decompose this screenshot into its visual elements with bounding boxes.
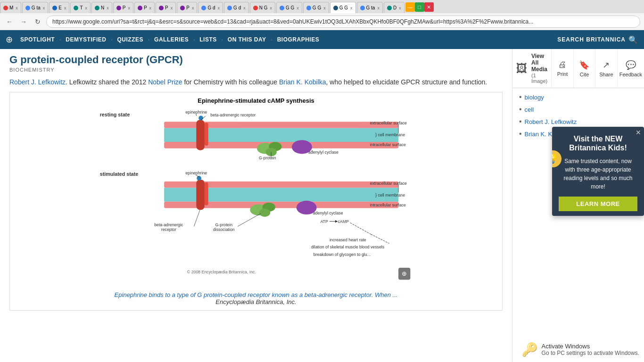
nav-galleries[interactable]: GALLERIES: [149, 36, 193, 43]
cite-button[interactable]: 🔖 Cite: [574, 49, 595, 88]
learn-more-button[interactable]: LEARN MORE: [559, 197, 637, 211]
popup-close-button[interactable]: ✕: [636, 129, 641, 136]
tab-5[interactable]: P x: [113, 2, 133, 13]
tab-close[interactable]: x: [171, 6, 173, 10]
nobel-link[interactable]: Nobel Prize: [148, 78, 182, 86]
tab-9[interactable]: G d x: [198, 2, 223, 13]
svg-text:increased heart rate: increased heart rate: [330, 238, 366, 242]
tab-close[interactable]: x: [16, 6, 18, 10]
tab-close[interactable]: x: [64, 6, 66, 10]
tab-1[interactable]: G ta x: [22, 2, 48, 13]
svg-text:intracellular surface: intracellular surface: [370, 203, 406, 207]
britannica-navbar: ⊕ SPOTLIGHT · DEMYSTIFIED · QUIZZES · GA…: [0, 30, 644, 49]
activate-sub-text: Go to PC settings to activate Windows.: [542, 350, 639, 356]
svg-text:intracellular surface: intracellular surface: [370, 142, 406, 147]
svg-text:cAMP: cAMP: [338, 219, 349, 224]
tab-close[interactable]: x: [192, 6, 194, 10]
tab-close[interactable]: x: [377, 6, 380, 10]
nav-spotlight[interactable]: SPOTLIGHT: [16, 36, 59, 43]
tab-4[interactable]: N x: [91, 2, 112, 13]
tab-11[interactable]: N G x: [250, 2, 275, 13]
window-close-button[interactable]: ✕: [424, 2, 434, 12]
svg-text:adenylyl cyclase: adenylyl cyclase: [308, 150, 339, 155]
svg-text:epinephrine: epinephrine: [185, 110, 207, 115]
window-minimize-button[interactable]: —: [405, 2, 415, 12]
search-label: SEARCH BRITANNICA: [557, 36, 626, 43]
page-container: G protein-coupled receptor (GPCR) BIOCHE…: [0, 49, 644, 362]
bullet-icon: •: [519, 93, 522, 101]
svg-text:resting state: resting state: [100, 112, 130, 117]
tab-close[interactable]: x: [149, 6, 152, 10]
search-icon[interactable]: 🔍: [628, 35, 638, 44]
feedback-button[interactable]: 💬 Feedback: [618, 49, 644, 88]
tab-britannica-active[interactable]: G G x: [330, 2, 356, 13]
svg-text:receptor: receptor: [161, 227, 176, 232]
biology-link[interactable]: biology: [525, 94, 544, 101]
address-bar[interactable]: https://www.google.com/url?sa=t&rct=j&q=…: [46, 16, 640, 28]
list-item: • Robert J. Lefkowitz: [519, 117, 637, 126]
article-title: G protein-coupled receptor (GPCR): [9, 54, 503, 66]
svg-text:} cell membrane: } cell membrane: [375, 193, 405, 197]
svg-point-32: [259, 208, 270, 217]
media-text: View All Media (1 Image): [531, 53, 547, 84]
lefkowitz-link[interactable]: Robert J. Lefkowitz: [9, 78, 66, 86]
view-all-media-button[interactable]: 🖼 View All Media (1 Image): [512, 49, 552, 88]
window-maximize-button[interactable]: □: [415, 2, 424, 12]
encyclopedia-icon: ⊕: [6, 34, 13, 45]
tab-7[interactable]: P x: [156, 2, 176, 13]
cite-icon: 🔖: [579, 60, 589, 70]
share-icon: ↗: [603, 60, 610, 70]
tab-close[interactable]: x: [43, 6, 45, 10]
tab-10[interactable]: G d x: [224, 2, 249, 13]
tab-16[interactable]: D x: [384, 2, 405, 13]
right-sidebar: 🖼 View All Media (1 Image) 🖨 Print 🔖 Cit…: [512, 49, 644, 362]
nav-quizzes[interactable]: QUIZZES: [112, 36, 148, 43]
tab-3[interactable]: T x: [70, 2, 91, 13]
tab-close[interactable]: x: [297, 6, 299, 10]
tab-close[interactable]: x: [128, 6, 130, 10]
svg-text:dissociation: dissociation: [213, 227, 235, 232]
tab-gmail[interactable]: M x: [0, 2, 21, 13]
tab-close[interactable]: x: [243, 6, 246, 10]
svg-rect-28: [205, 182, 208, 206]
tab-close[interactable]: x: [350, 6, 353, 10]
tab-8[interactable]: P x: [177, 2, 197, 13]
nav-demystified[interactable]: DEMYSTIFIED: [61, 36, 111, 43]
tab-close[interactable]: x: [107, 6, 109, 10]
popup-title: Visit the NEW Britannica Kids!: [559, 134, 637, 152]
svg-text:epinephrine: epinephrine: [185, 171, 207, 175]
tab-close[interactable]: x: [85, 6, 88, 10]
print-label: Print: [557, 71, 568, 77]
browser-controls: ← → ↻ https://www.google.com/url?sa=t&rc…: [0, 13, 644, 30]
tab-close[interactable]: x: [218, 6, 220, 10]
tab-6[interactable]: P x: [134, 2, 155, 13]
tab-13[interactable]: G G x: [303, 2, 329, 13]
feedback-icon: 💬: [626, 60, 636, 70]
nav-on-this-day[interactable]: ON THIS DAY: [223, 36, 271, 43]
lefkowitz-sidebar-link[interactable]: Robert J. Lefkowitz: [525, 118, 577, 125]
diagram-source: Encyclopædia Britannica, Inc.: [15, 298, 497, 305]
svg-text:beta-adrenergic: beta-adrenergic: [154, 222, 183, 227]
bullet-icon: •: [519, 105, 522, 114]
back-button[interactable]: ←: [4, 16, 15, 27]
tab-close[interactable]: x: [399, 6, 401, 10]
cell-link[interactable]: cell: [525, 106, 534, 113]
nav-biographies[interactable]: BIOGRAPHIES: [272, 36, 324, 43]
tab-close[interactable]: x: [270, 6, 272, 10]
nav-lists[interactable]: LISTS: [195, 36, 222, 43]
svg-line-51: [371, 234, 389, 243]
tab-2[interactable]: E x: [49, 2, 69, 13]
media-icon: 🖼: [516, 62, 528, 75]
tab-12[interactable]: G G x: [276, 2, 302, 13]
share-button[interactable]: ↗ Share: [595, 49, 617, 88]
kobilka-link[interactable]: Brian K. Kobilka: [279, 78, 326, 86]
svg-text:G-protein: G-protein: [259, 156, 276, 160]
article-category: BIOCHEMISTRY: [9, 67, 503, 73]
svg-line-46: [194, 210, 200, 226]
tab-close[interactable]: x: [323, 6, 326, 10]
refresh-button[interactable]: ↻: [32, 16, 43, 27]
tab-15[interactable]: G ta x: [357, 2, 383, 13]
print-button[interactable]: 🖨 Print: [552, 49, 573, 88]
svg-rect-5: [205, 123, 208, 146]
forward-button[interactable]: →: [18, 16, 29, 27]
